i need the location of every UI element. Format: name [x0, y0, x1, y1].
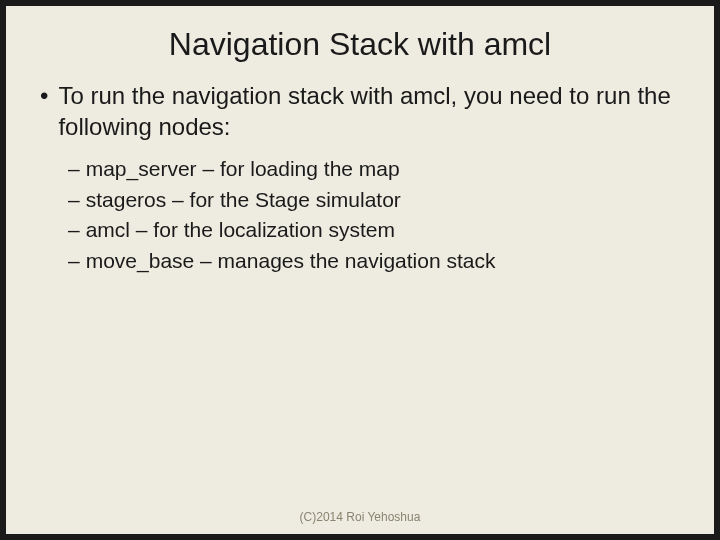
- main-bullet: • To run the navigation stack with amcl,…: [40, 81, 680, 142]
- slide-content: • To run the navigation stack with amcl,…: [6, 81, 714, 276]
- sub-bullet-text: amcl – for the localization system: [86, 215, 395, 245]
- slide-footer: (C)2014 Roi Yehoshua: [6, 510, 714, 524]
- sub-bullet: – map_server – for loading the map: [68, 154, 680, 184]
- slide-title: Navigation Stack with amcl: [6, 6, 714, 81]
- sub-bullet-text: map_server – for loading the map: [86, 154, 400, 184]
- bullet-dot-icon: •: [40, 81, 48, 142]
- bullet-dash-icon: –: [68, 246, 80, 276]
- sub-bullet-text: move_base – manages the navigation stack: [86, 246, 496, 276]
- sub-bullet: – move_base – manages the navigation sta…: [68, 246, 680, 276]
- bullet-dash-icon: –: [68, 185, 80, 215]
- sub-bullet: – amcl – for the localization system: [68, 215, 680, 245]
- main-bullet-text: To run the navigation stack with amcl, y…: [58, 81, 680, 142]
- bullet-dash-icon: –: [68, 215, 80, 245]
- sub-bullet-list: – map_server – for loading the map – sta…: [40, 154, 680, 276]
- bullet-dash-icon: –: [68, 154, 80, 184]
- sub-bullet: – stageros – for the Stage simulator: [68, 185, 680, 215]
- slide: Navigation Stack with amcl • To run the …: [6, 6, 714, 534]
- sub-bullet-text: stageros – for the Stage simulator: [86, 185, 401, 215]
